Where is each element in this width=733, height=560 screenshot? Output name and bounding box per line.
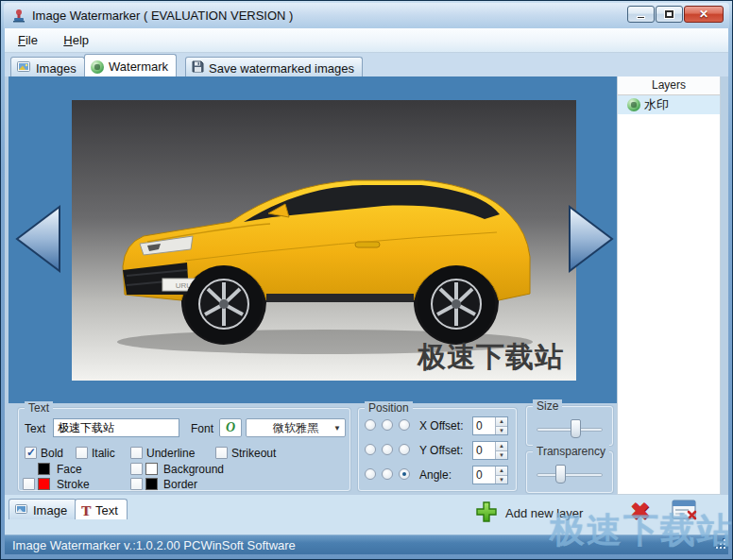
spin-up-icon[interactable]: ▲ (496, 467, 507, 476)
status-bar: Image Watermarker v.:1.0.2.00 PCWinSoft … (5, 535, 728, 554)
delete-layer-button[interactable]: ✖ (630, 497, 650, 525)
y-offset-value: 0 (476, 444, 483, 457)
bottom-strip: Image T Text Add new layer ✖ (5, 495, 728, 535)
border-color-swatch[interactable] (145, 478, 158, 490)
spin-up-icon[interactable]: ▲ (496, 417, 507, 427)
tab-text-layer[interactable]: T Text (75, 499, 128, 519)
app-window: Image Watermarker ( EVALUATION VERSION )… (0, 0, 733, 560)
font-field-label: Font (191, 422, 213, 435)
images-icon (17, 60, 31, 76)
transparency-slider-track[interactable] (537, 473, 603, 477)
tab-text-label: Text (95, 503, 118, 518)
tab-watermark[interactable]: Watermark (84, 54, 177, 76)
remove-image-button[interactable] (672, 500, 698, 521)
size-slider-thumb[interactable] (571, 419, 581, 438)
align-bottom-center-radio[interactable] (382, 468, 393, 480)
photo-watermark-text: 极速下载站 (418, 338, 564, 377)
y-offset-spinner[interactable]: 0 ▲ ▼ (472, 441, 508, 460)
font-family-dropdown[interactable]: 微软雅黑 ▼ (246, 418, 346, 437)
stroke-checkbox[interactable] (23, 478, 35, 490)
size-slider-track[interactable] (537, 428, 603, 432)
align-top-right-radio[interactable] (399, 419, 410, 431)
x-offset-spinner[interactable]: 0 ▲ ▼ (472, 416, 508, 435)
size-group: Size (526, 406, 613, 446)
text-settings-group: Text Text Font O 微软雅黑 ▼ Bold Italic Unde… (18, 408, 350, 491)
spin-down-icon[interactable]: ▼ (496, 427, 507, 435)
tab-image-layer[interactable]: Image (9, 499, 77, 519)
minimize-button[interactable] (627, 6, 655, 23)
spin-up-icon[interactable]: ▲ (496, 442, 507, 451)
close-button[interactable]: ✕ (684, 6, 724, 23)
align-bottom-right-radio[interactable] (399, 468, 410, 480)
layers-panel-title: Layers (618, 76, 720, 95)
layer-item-label: 水印 (644, 96, 669, 113)
strikeout-label: Strikeout (231, 447, 276, 460)
face-color-swatch[interactable] (38, 463, 50, 475)
text-tab-icon: T (81, 504, 91, 518)
position-group: Position X Offset: 0 ▲ ▼ Y Offset: 0 ▲ ▼… (358, 408, 517, 491)
spin-down-icon[interactable]: ▼ (496, 451, 507, 460)
app-icon (11, 8, 26, 24)
main-tabstrip: Images Watermark Save watermarked images (5, 53, 728, 76)
background-checkbox[interactable] (130, 463, 143, 475)
menu-help[interactable]: Help (54, 28, 98, 52)
resize-grip[interactable] (714, 537, 726, 552)
border-label: Border (163, 478, 197, 491)
restore-icon (665, 10, 673, 18)
y-offset-label: Y Offset: (419, 444, 463, 457)
tab-save[interactable]: Save watermarked images (185, 57, 363, 76)
tab-watermark-label: Watermark (109, 59, 168, 74)
align-top-left-radio[interactable] (365, 419, 376, 431)
align-top-center-radio[interactable] (382, 419, 393, 431)
bold-label: Bold (41, 447, 63, 460)
save-icon (192, 60, 204, 76)
background-color-swatch[interactable] (145, 463, 158, 475)
close-icon: ✕ (699, 8, 708, 21)
x-offset-value: 0 (476, 419, 483, 433)
italic-checkbox[interactable] (76, 447, 88, 459)
angle-value: 0 (476, 468, 483, 482)
previous-image-button[interactable] (10, 202, 65, 276)
angle-spin-buttons: ▲ ▼ (495, 467, 507, 484)
align-middle-center-radio[interactable] (382, 444, 393, 455)
border-checkbox[interactable] (130, 478, 143, 490)
watermark-text-input[interactable] (53, 418, 179, 437)
angle-spinner[interactable]: 0 ▲ ▼ (472, 466, 508, 484)
add-new-layer-button[interactable]: Add new layer (475, 501, 583, 526)
x-offset-label: X Offset: (419, 419, 463, 433)
menu-file[interactable]: File (9, 28, 47, 52)
title-bar[interactable]: Image Watermarker ( EVALUATION VERSION )… (4, 3, 729, 28)
y-offset-spin-buttons: ▲ ▼ (495, 442, 507, 459)
italic-label: Italic (92, 447, 115, 460)
align-middle-right-radio[interactable] (399, 444, 410, 455)
tab-images-label: Images (36, 61, 77, 76)
layer-item-watermark[interactable]: 水印 (618, 95, 720, 114)
window-title: Image Watermarker ( EVALUATION VERSION ) (32, 8, 293, 23)
x-offset-spin-buttons: ▲ ▼ (495, 417, 507, 434)
restore-button[interactable] (656, 6, 683, 23)
preview-canvas: URUS (9, 76, 617, 403)
align-middle-left-radio[interactable] (365, 444, 376, 455)
minimize-icon (637, 16, 645, 19)
tab-images[interactable]: Images (10, 57, 85, 76)
bold-checkbox[interactable] (25, 447, 37, 459)
spin-down-icon[interactable]: ▼ (496, 476, 507, 484)
strikeout-checkbox[interactable] (215, 447, 228, 459)
watermark-icon (91, 60, 104, 74)
font-family-value: 微软雅黑 (273, 420, 318, 436)
underline-checkbox[interactable] (130, 447, 143, 459)
rear-wheel (418, 265, 495, 343)
layer-icon (627, 98, 640, 111)
background-label: Background (163, 463, 224, 476)
layers-panel: Layers 水印 (617, 76, 721, 495)
stroke-label: Stroke (57, 478, 90, 491)
align-bottom-left-radio[interactable] (365, 468, 376, 480)
transparency-group: Transparency (526, 451, 613, 493)
transparency-group-legend: Transparency (533, 445, 609, 458)
size-group-legend: Size (533, 399, 562, 413)
text-group-legend: Text (25, 401, 53, 415)
stroke-color-swatch[interactable] (38, 478, 50, 490)
transparency-slider-thumb[interactable] (555, 465, 566, 484)
font-picker-button[interactable]: O (219, 418, 242, 437)
next-image-button[interactable] (564, 202, 619, 276)
